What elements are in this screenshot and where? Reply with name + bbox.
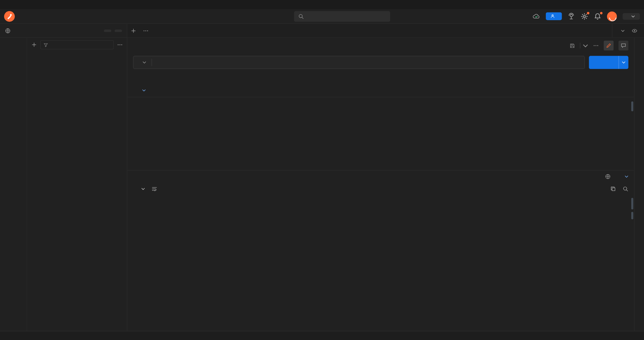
response-view-row [127,182,634,196]
save-caret-icon[interactable] [583,43,588,48]
wrap-lines-icon[interactable] [152,186,157,192]
chevron-down-icon[interactable] [621,29,625,32]
scrollbar-thumb[interactable] [631,101,633,111]
import-button[interactable] [115,29,122,32]
request-body-editor[interactable] [127,97,634,170]
settings-gear-icon[interactable] [581,12,588,20]
url-bar [133,56,585,69]
request-more-icon[interactable] [593,43,599,48]
chevron-down-icon [143,61,146,63]
divider [580,43,580,48]
save-response-button[interactable] [622,175,628,177]
body-mode-row [127,84,634,97]
activity-bar [0,38,27,331]
new-tab-button[interactable] [127,24,140,37]
network-globe-icon[interactable] [605,173,611,179]
notifications-bell-icon[interactable] [594,12,601,20]
response-language-dropdown[interactable] [139,188,145,190]
sidebar-controls [27,38,127,52]
workspace-and-tabs-row [0,24,644,38]
workspace-header [0,24,127,37]
response-body-editor[interactable] [127,196,634,331]
workspace-globe-icon [5,28,11,33]
collections-tree [27,52,127,331]
new-button[interactable] [104,29,111,32]
app-header [0,9,644,24]
request-actions [570,41,629,50]
sidebar-more-icon[interactable] [117,42,123,48]
comments-button[interactable] [618,41,628,50]
chevron-down-icon [142,89,146,91]
chevron-down-icon [631,15,635,17]
sync-cloud-icon[interactable] [533,12,540,20]
connection-icon[interactable] [568,12,575,20]
tab-options-icon[interactable] [139,24,152,37]
send-options-caret[interactable] [618,56,628,69]
url-row [127,53,634,72]
header-actions [533,11,640,21]
request-panel [127,38,634,331]
request-url-input[interactable] [156,59,584,65]
pencil-icon [606,43,611,48]
response-meta [605,173,631,179]
chevron-down-icon [141,188,145,190]
status-bar [0,331,644,340]
tab-strip [127,24,644,37]
search-response-icon[interactable] [622,186,628,192]
environment-quick-look-icon[interactable] [629,28,641,33]
breadcrumb-row [127,38,634,53]
invite-person-icon [550,14,555,18]
save-icon [570,43,575,48]
environment-area [612,24,644,37]
postman-app [0,0,644,340]
send-label [589,56,618,69]
os-menubar [0,0,644,9]
request-tabs [127,72,634,84]
search-input[interactable] [307,13,386,19]
add-collection-icon[interactable] [31,42,37,48]
invite-button[interactable] [546,12,562,20]
scrollbar-mark[interactable] [631,212,633,219]
upgrade-button[interactable] [622,13,640,19]
chevron-down-icon [625,175,629,177]
user-avatar[interactable] [607,11,617,21]
edit-request-button[interactable] [604,41,613,50]
filter-icon [44,42,48,47]
collections-sidebar [27,38,127,331]
body-language-dropdown[interactable] [139,89,146,91]
postman-logo[interactable] [4,11,15,22]
global-search[interactable] [294,11,390,22]
right-rail [634,38,644,331]
filter-collections-input[interactable] [40,40,114,49]
divider [152,59,152,66]
send-button[interactable] [589,56,628,69]
save-button[interactable] [570,43,588,48]
response-toolbar [610,186,629,192]
response-header [127,170,634,182]
method-selector[interactable] [133,61,152,63]
comment-icon [620,43,626,48]
main-area [0,38,644,331]
search-icon [298,13,304,19]
scrollbar-mark[interactable] [631,198,633,209]
copy-icon[interactable] [610,186,616,192]
